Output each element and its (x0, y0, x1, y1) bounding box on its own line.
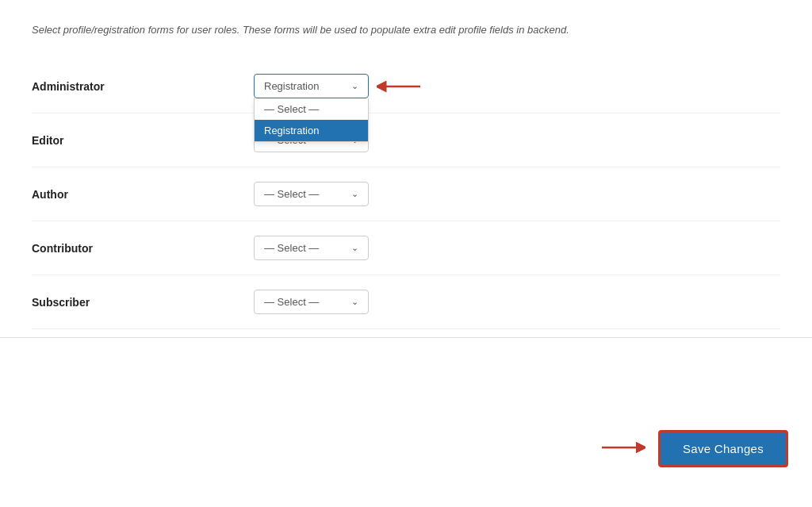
select-value-contributor: — Select — (264, 242, 319, 254)
role-label-editor: Editor (32, 134, 254, 147)
red-arrow-save-icon (598, 440, 645, 455)
dropdown-item-select[interactable]: — Select — (255, 98, 368, 120)
chevron-down-icon: ⌄ (351, 81, 358, 91)
select-wrapper-administrator: Registration ⌄ — Select — Registration (254, 74, 369, 98)
role-label-subscriber: Subscriber (32, 296, 254, 309)
chevron-down-icon-contributor: ⌄ (351, 243, 358, 253)
select-wrapper-contributor: — Select — ⌄ (254, 236, 369, 260)
role-label-administrator: Administrator (32, 80, 254, 93)
save-changes-button[interactable]: Save Changes (658, 430, 788, 467)
dropdown-item-registration[interactable]: Registration (255, 120, 368, 141)
form-row-subscriber: Subscriber — Select — ⌄ (32, 275, 780, 329)
select-value-administrator: Registration (264, 80, 319, 92)
dropdown-administrator: — Select — Registration (254, 98, 369, 142)
red-arrow-admin-icon (377, 79, 424, 94)
role-label-contributor: Contributor (32, 242, 254, 255)
form-row-author: Author — Select — ⌄ (32, 167, 780, 221)
arrow-save-annotation (598, 440, 645, 459)
divider (0, 337, 812, 338)
select-wrapper-subscriber: — Select — ⌄ (254, 290, 369, 314)
select-wrapper-author: — Select — ⌄ (254, 182, 369, 206)
select-value-author: — Select — (264, 188, 319, 200)
role-label-author: Author (32, 188, 254, 201)
select-button-subscriber[interactable]: — Select — ⌄ (254, 290, 369, 314)
select-button-administrator[interactable]: Registration ⌄ (254, 74, 369, 98)
select-button-author[interactable]: — Select — ⌄ (254, 182, 369, 206)
footer-area: Save Changes (598, 430, 788, 467)
chevron-down-icon-author: ⌄ (351, 189, 358, 199)
form-row-editor: Editor — Select — ⌄ (32, 113, 780, 167)
description-text: Select profile/registration forms for us… (32, 24, 780, 36)
select-value-subscriber: — Select — (264, 296, 319, 308)
form-row-administrator: Administrator Registration ⌄ — Select — … (32, 60, 780, 113)
chevron-down-icon-subscriber: ⌄ (351, 297, 358, 307)
form-row-contributor: Contributor — Select — ⌄ (32, 221, 780, 275)
select-button-contributor[interactable]: — Select — ⌄ (254, 236, 369, 260)
page-container: Select profile/registration forms for us… (0, 0, 812, 507)
arrow-admin-annotation (377, 79, 424, 94)
